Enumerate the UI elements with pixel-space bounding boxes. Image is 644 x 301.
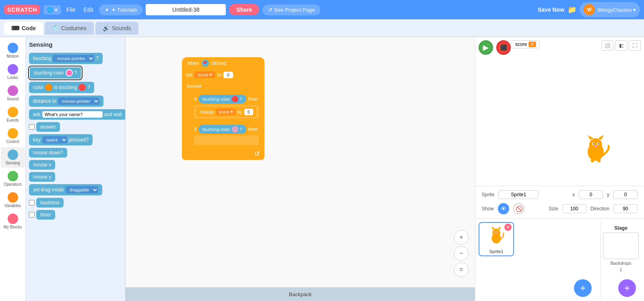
sprite-delete-button[interactable]: ✕ bbox=[504, 224, 512, 231]
drag-dropdown[interactable]: draggable bbox=[66, 186, 98, 193]
categories-panel: Motion Looks Sound Events Control Sensin… bbox=[0, 37, 26, 301]
show-button[interactable]: 👁 bbox=[498, 203, 509, 214]
sprites-area: ✕ bbox=[475, 219, 644, 301]
block-mouse-down[interactable]: mouse down? bbox=[29, 148, 67, 158]
control-dot bbox=[8, 128, 18, 139]
change-score-block[interactable]: change score▾ by 5 bbox=[196, 107, 256, 117]
globe-button[interactable]: 🌐 ▾ bbox=[43, 5, 61, 15]
if2-header: if touching color ? then bbox=[192, 124, 261, 135]
small-stage-button[interactable]: ⬜ bbox=[601, 40, 613, 51]
edit-menu[interactable]: Edit bbox=[81, 5, 96, 15]
folder-icon[interactable]: 📁 bbox=[568, 5, 576, 14]
if1-body: change score▾ by 5 bbox=[194, 105, 259, 118]
panel-title: Sensing bbox=[29, 40, 122, 49]
block-answer[interactable]: answer bbox=[36, 122, 60, 132]
size-input[interactable] bbox=[562, 204, 586, 213]
medium-stage-button[interactable]: ◧ bbox=[615, 40, 627, 51]
tutorials-button[interactable]: ✦ ✦ Tutorials bbox=[99, 4, 143, 15]
block-ask-wait[interactable]: ask and wait bbox=[29, 109, 126, 120]
answer-checkbox[interactable] bbox=[29, 124, 35, 130]
set-val-input[interactable]: 0 bbox=[223, 72, 233, 78]
file-menu[interactable]: File bbox=[64, 5, 78, 15]
loudness-checkbox[interactable] bbox=[29, 200, 35, 206]
zoom-in-button[interactable]: + bbox=[454, 230, 469, 245]
project-title-input[interactable] bbox=[146, 4, 226, 15]
score-var-dropdown[interactable]: score▾ bbox=[194, 71, 215, 78]
stage-mini-bg[interactable] bbox=[603, 232, 639, 259]
user-avatar: W bbox=[584, 4, 595, 15]
add-backdrop-button[interactable]: + bbox=[618, 279, 636, 297]
script-group-main: when 🚩 clicked set score▾ to 0 forever bbox=[182, 57, 264, 160]
share-button[interactable]: Share bbox=[229, 4, 259, 15]
block-color-touching[interactable]: color is touching ? bbox=[29, 82, 94, 93]
backpack-bar[interactable]: Backpack bbox=[126, 287, 475, 301]
zoom-out-button[interactable]: − bbox=[454, 246, 469, 261]
category-sensing[interactable]: Sensing bbox=[1, 147, 25, 168]
if2-condition[interactable]: touching color ? bbox=[198, 125, 246, 134]
block-set-drag-mode[interactable]: set drag mode draggable bbox=[29, 184, 102, 195]
add-sprite-button[interactable]: + bbox=[574, 279, 592, 297]
hat-block-flag-clicked[interactable]: when 🚩 clicked bbox=[182, 57, 264, 69]
svg-point-19 bbox=[495, 233, 497, 234]
ask-input[interactable] bbox=[42, 111, 103, 118]
direction-input[interactable] bbox=[613, 204, 638, 213]
if1-condition[interactable]: touching color ? bbox=[198, 95, 246, 104]
scratch-logo[interactable]: SCRATCH bbox=[4, 5, 40, 15]
color-picker-red[interactable] bbox=[78, 84, 86, 91]
block-distance-to[interactable]: distance to mouse-pointer bbox=[29, 95, 103, 107]
block-touching-color[interactable]: touching color ? bbox=[29, 66, 82, 79]
category-events[interactable]: Events bbox=[1, 104, 25, 125]
block-row-key-pressed: key space pressed? bbox=[29, 134, 122, 145]
block-touching-mousepointer[interactable]: touching mouse-pointer ? bbox=[29, 53, 103, 64]
key-dropdown[interactable]: space bbox=[42, 136, 67, 143]
svg-point-8 bbox=[594, 145, 597, 147]
color-picker-pink[interactable] bbox=[66, 69, 73, 77]
block-row-ask: ask and wait bbox=[29, 109, 122, 120]
change-val-input[interactable]: 5 bbox=[244, 109, 253, 115]
tab-code[interactable]: ⌨ Code bbox=[4, 22, 43, 35]
if-block-1[interactable]: if touching color ? then change bbox=[190, 92, 263, 121]
svg-marker-2 bbox=[588, 135, 593, 140]
save-now-button[interactable]: Save Now bbox=[538, 6, 564, 13]
sprite-card-sprite1[interactable]: ✕ bbox=[479, 222, 514, 256]
y-input[interactable] bbox=[613, 190, 638, 199]
looks-label: Looks bbox=[7, 75, 18, 80]
category-operators[interactable]: Operators bbox=[1, 168, 25, 189]
x-input[interactable] bbox=[579, 190, 603, 199]
color-picker-orange[interactable] bbox=[45, 84, 52, 91]
tab-sounds[interactable]: 🔊 Sounds bbox=[95, 22, 138, 35]
change-var-dropdown[interactable]: score▾ bbox=[216, 108, 235, 115]
fullscreen-button[interactable]: ⛶ bbox=[629, 40, 641, 51]
zoom-reset-button[interactable]: = bbox=[454, 262, 469, 277]
category-myblocks[interactable]: My Blocks bbox=[1, 211, 25, 232]
block-key-pressed[interactable]: key space pressed? bbox=[29, 134, 93, 145]
block-loudness[interactable]: loudness bbox=[36, 198, 64, 208]
block-row-timer: timer bbox=[29, 210, 122, 220]
script-area[interactable]: when 🚩 clicked set score▾ to 0 forever bbox=[126, 37, 475, 301]
set-score-block[interactable]: set score▾ to 0 bbox=[182, 69, 264, 80]
green-flag-button[interactable]: ▶ bbox=[479, 40, 493, 55]
hide-button[interactable]: 🚫 bbox=[513, 203, 524, 214]
forever-block[interactable]: forever if touching color ? then bbox=[182, 80, 264, 160]
tab-costumes[interactable]: 👕 Costumes bbox=[45, 22, 94, 35]
category-variables[interactable]: Variables bbox=[1, 190, 25, 210]
category-control[interactable]: Control bbox=[1, 126, 25, 146]
looks-dot bbox=[8, 64, 18, 75]
stop-button[interactable]: ⬛ bbox=[496, 40, 511, 55]
category-looks[interactable]: Looks bbox=[1, 62, 25, 82]
if-block-2[interactable]: if touching color ? then bbox=[190, 122, 263, 147]
sensing-label: Sensing bbox=[5, 161, 20, 165]
sprite-name-input[interactable] bbox=[498, 190, 539, 199]
operators-dot bbox=[8, 171, 18, 181]
see-project-button[interactable]: ↺ See Project Page bbox=[262, 4, 320, 15]
timer-checkbox[interactable] bbox=[29, 212, 35, 218]
category-motion[interactable]: Motion bbox=[1, 40, 25, 61]
distance-dropdown[interactable]: mouse-pointer bbox=[58, 98, 99, 105]
category-sound[interactable]: Sound bbox=[1, 83, 25, 104]
block-mouse-x[interactable]: mouse x bbox=[29, 160, 55, 170]
user-menu-button[interactable]: W WiingyClasses ▾ bbox=[580, 2, 640, 17]
motion-label: Motion bbox=[6, 54, 19, 58]
block-timer[interactable]: timer bbox=[36, 210, 55, 220]
block-mouse-y[interactable]: mouse y bbox=[29, 172, 55, 182]
touching-dropdown[interactable]: mouse-pointer bbox=[53, 55, 94, 62]
